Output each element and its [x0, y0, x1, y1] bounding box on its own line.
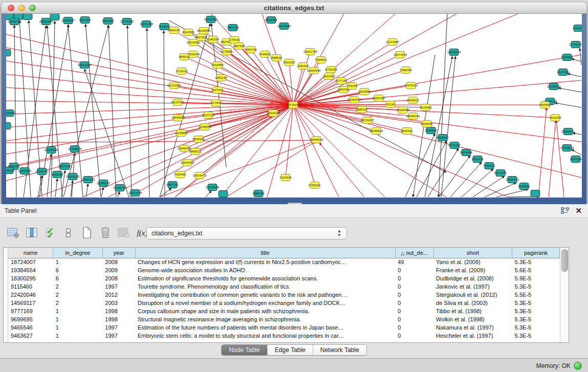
column-header-year[interactable]: year — [102, 248, 135, 258]
table-cell[interactable]: Wolkin et al. (1998) — [433, 315, 512, 323]
table-cell[interactable]: Disruption of a novel member of a sodium… — [135, 299, 395, 307]
table-cell[interactable]: 1 — [53, 307, 103, 315]
table-cell[interactable]: 9465546 — [8, 323, 53, 332]
table-row[interactable]: 1830029562008Estimation of significance … — [8, 274, 560, 282]
table-row[interactable]: 1938455462009Genome-wide association stu… — [8, 266, 560, 274]
table-cell[interactable]: Corpus callosum shape and size in male p… — [135, 307, 395, 315]
table-cell[interactable]: 1 — [53, 332, 103, 340]
table-cell[interactable]: 9777169 — [8, 307, 53, 315]
close-panel-icon[interactable]: ✕ — [575, 207, 582, 214]
table-cell[interactable]: 9463627 — [8, 332, 53, 340]
table-cell[interactable]: 1997 — [102, 323, 135, 332]
graph-node[interactable] — [6, 123, 11, 129]
network-canvas[interactable]: 1405571220891406106532871527602646616010… — [6, 14, 582, 198]
table-cell[interactable]: 2 — [53, 291, 103, 299]
table-cell[interactable]: 6 — [53, 266, 103, 274]
table-cell[interactable]: Estimation of significance thresholds fo… — [135, 274, 395, 282]
table-cell[interactable]: Structural magnetic resonance image aver… — [135, 315, 395, 323]
table-cell[interactable]: 1997 — [102, 332, 135, 340]
table-cell[interactable]: Changes of HCN gene expression and I(f) … — [135, 258, 395, 266]
select-columns-icon[interactable] — [44, 227, 56, 239]
table-cell[interactable]: Jankovic et al. (1997) — [433, 282, 512, 291]
column-header-out_de[interactable]: △out_de... — [395, 248, 433, 258]
float-window-icon[interactable] — [561, 207, 569, 214]
column-header-name[interactable]: name — [8, 248, 53, 258]
table-cell[interactable]: 2012 — [102, 291, 135, 299]
table-cell[interactable]: 1 — [53, 315, 103, 323]
table-cell[interactable]: de Silva et al. (2003) — [433, 299, 512, 307]
table-cell[interactable]: 5.3E-5 — [512, 282, 560, 291]
table-row[interactable]: 946554611997Estimation of the future num… — [8, 323, 560, 332]
table-cell[interactable]: Hescheler et al. (1997) — [433, 332, 512, 340]
window-titlebar[interactable]: citations_edges.txt — [2, 3, 586, 14]
table-cell[interactable]: 14569117 — [8, 299, 53, 307]
table-cell[interactable]: 2008 — [102, 258, 135, 266]
table-cell[interactable]: 1998 — [102, 315, 135, 323]
table-cell[interactable]: Genome-wide association studies in ADHD. — [135, 266, 395, 274]
table-cell[interactable]: 5.3E-5 — [512, 307, 560, 315]
table-cell[interactable]: 5.3E-5 — [512, 299, 560, 307]
table-cell[interactable]: 49 — [395, 258, 433, 266]
new-document-icon[interactable] — [81, 227, 93, 239]
table-cell[interactable]: 0 — [395, 291, 433, 299]
graph-node[interactable] — [6, 50, 11, 56]
table-row[interactable]: 911546021997Tourette syndrome. Phenomeno… — [8, 282, 560, 291]
column-header-short[interactable]: short — [433, 248, 512, 258]
table-cell[interactable]: 5.3E-5 — [512, 315, 560, 323]
table-row[interactable]: 977716911998Corpus callosum shape and si… — [8, 307, 560, 315]
graph-node[interactable] — [531, 190, 540, 197]
tab-node-table[interactable]: Node Table — [222, 345, 268, 355]
table-cell[interactable]: 0 — [395, 282, 433, 291]
table-cell[interactable]: 0 — [395, 307, 433, 315]
table-cell[interactable]: 1997 — [102, 282, 135, 291]
table-cell[interactable]: 1 — [53, 258, 103, 266]
table-column-icon[interactable] — [26, 227, 38, 239]
table-cell[interactable]: 1 — [53, 323, 103, 332]
table-cell[interactable]: 18300295 — [8, 274, 53, 282]
table-cell[interactable]: Tourette syndrome. Phenomenology and cla… — [135, 282, 395, 291]
table-cell[interactable]: 0 — [395, 274, 433, 282]
tab-edge-table[interactable]: Edge Table — [268, 345, 313, 355]
table-row[interactable]: 1872400712008Changes of HCN gene express… — [8, 258, 560, 266]
table-settings-icon[interactable] — [7, 227, 19, 239]
table-cell[interactable]: 5.6E-5 — [512, 266, 560, 274]
table-cell[interactable]: 19384554 — [8, 266, 53, 274]
table-cell[interactable]: Franke et al. (2009) — [433, 266, 512, 274]
table-row[interactable]: 1456911722003Disruption of a novel membe… — [8, 299, 560, 307]
table-cell[interactable]: 2009 — [102, 266, 135, 274]
graph-node[interactable] — [50, 14, 59, 20]
table-cell[interactable]: 5.3E-5 — [512, 332, 560, 340]
table-cell[interactable]: 5.3E-5 — [512, 323, 560, 332]
table-cell[interactable]: Stergiakouli et al. (2012) — [433, 291, 512, 299]
rows-icon[interactable] — [62, 227, 75, 239]
table-cell[interactable]: 0 — [395, 315, 433, 323]
table-cell[interactable]: 6 — [53, 274, 103, 282]
data-table[interactable]: namein_degreeyeartitle△out_de...shortpag… — [8, 248, 560, 340]
table-cell[interactable]: 5.5E-5 — [512, 291, 560, 299]
tab-network-table[interactable]: Network Table — [313, 345, 366, 355]
table-cell[interactable]: 9115460 — [8, 282, 53, 291]
graph-node[interactable] — [23, 14, 32, 20]
table-scrollbar[interactable] — [560, 248, 569, 342]
table-cell[interactable]: 22420046 — [8, 291, 53, 299]
column-header-in_degree[interactable]: in_degree — [53, 248, 103, 258]
table-row[interactable]: 2242004622012Investigating the contribut… — [8, 291, 560, 299]
table-cell[interactable]: 0 — [395, 299, 433, 307]
delete-icon[interactable] — [99, 227, 112, 239]
table-cell[interactable]: 9699695 — [8, 315, 53, 323]
table-cell[interactable]: Embryonic stem cells: a model to study s… — [135, 332, 395, 340]
table-cell[interactable]: 0 — [395, 266, 433, 274]
table-cell[interactable]: Dudbridge et al. (2008) — [433, 274, 512, 282]
graph-node[interactable] — [219, 191, 228, 198]
table-cell[interactable]: Yano et al. (2008) — [433, 258, 512, 266]
table-cell[interactable]: Estimation of the future numbers of pati… — [135, 323, 395, 332]
table-cell[interactable]: Investigating the contribution of common… — [135, 291, 395, 299]
scrollbar-thumb[interactable] — [561, 249, 568, 272]
column-header-pagerank[interactable]: pagerank — [512, 248, 560, 258]
table-cell[interactable]: 2003 — [102, 299, 135, 307]
table-cell[interactable]: 2008 — [102, 274, 135, 282]
table-row[interactable]: 946362711997Embryonic stem cells: a mode… — [8, 332, 560, 340]
table-cell[interactable]: 5.9E-5 — [512, 274, 560, 282]
table-cell[interactable]: 18724007 — [8, 258, 53, 266]
table-cell[interactable]: 0 — [395, 323, 433, 332]
